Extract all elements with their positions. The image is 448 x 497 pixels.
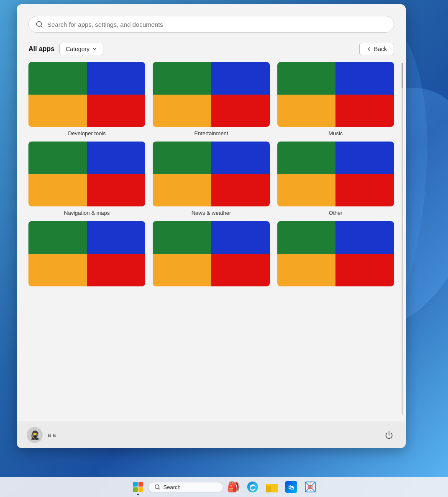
category-label: Category	[66, 46, 90, 52]
taskbar-item-snip[interactable]	[301, 478, 320, 496]
tile-quadrant-orange	[28, 95, 87, 127]
tile-quadrant-red	[335, 254, 394, 286]
tile-quadrant-blue	[211, 221, 270, 254]
tile-quadrant-green	[153, 221, 211, 254]
search-bar-container	[17, 4, 406, 39]
tile-quadrant-blue	[87, 62, 146, 95]
tile-quadrant-blue	[87, 221, 146, 254]
active-indicator	[137, 494, 139, 495]
tile-quadrant-red	[335, 174, 394, 207]
category-tile	[153, 142, 269, 206]
avatar: 🥷	[27, 427, 43, 443]
user-info[interactable]: 🥷 a a	[27, 427, 56, 443]
win-quadrant-yellow	[138, 487, 143, 492]
category-item-other[interactable]: Other	[277, 142, 394, 216]
category-tile	[277, 142, 394, 206]
username: a a	[48, 432, 56, 438]
tile-quadrant-blue	[87, 142, 146, 174]
taskbar-item-start[interactable]	[129, 478, 147, 496]
tile-quadrant-blue	[335, 221, 394, 254]
category-label-music: Music	[328, 130, 343, 136]
category-label-other: Other	[329, 210, 343, 216]
taskbar-item-files[interactable]	[263, 478, 281, 496]
category-item-news-weather[interactable]: News & weather	[153, 142, 269, 216]
tile-quadrant-blue	[211, 62, 270, 95]
search-icon	[36, 21, 43, 28]
scrollbar-track[interactable]	[402, 63, 403, 415]
category-item-row3-col2[interactable]	[153, 221, 269, 289]
win-quadrant-red	[138, 482, 143, 487]
svg-line-1	[41, 26, 42, 27]
back-label: Back	[374, 46, 387, 52]
avatar-emoji: 🥷	[30, 430, 40, 440]
tile-quadrant-blue	[335, 62, 394, 95]
category-item-row3-col3[interactable]	[277, 221, 394, 289]
tile-quadrant-blue	[211, 142, 270, 174]
apps-grid: Developer tools Entertainment	[28, 62, 394, 290]
category-label-news-weather: News & weather	[192, 210, 231, 216]
tile-quadrant-orange	[277, 174, 336, 207]
tile-quadrant-green	[153, 62, 211, 95]
tile-quadrant-red	[335, 95, 394, 127]
category-tile	[28, 142, 145, 206]
file-explorer-icon	[266, 482, 278, 492]
svg-point-5	[247, 482, 258, 492]
power-button[interactable]	[382, 428, 396, 442]
tile-quadrant-red	[87, 254, 146, 286]
tile-quadrant-green	[28, 221, 87, 254]
tile-quadrant-red	[211, 95, 270, 127]
tile-quadrant-orange	[153, 95, 211, 127]
category-item-row3-col1[interactable]	[28, 221, 145, 289]
category-item-navigation-maps[interactable]: Navigation & maps	[28, 142, 145, 216]
store-icon: 🛍	[285, 481, 297, 493]
search-icon	[154, 484, 160, 490]
taskbar-items: Search 🎒	[129, 478, 320, 496]
taskbar-item-edge[interactable]	[243, 478, 262, 496]
tile-quadrant-orange	[277, 95, 336, 127]
category-label-developer-tools: Developer tools	[68, 130, 106, 136]
taskbar-item-search[interactable]: Search	[148, 478, 223, 496]
scrollbar-thumb[interactable]	[402, 63, 403, 88]
snipping-tool-icon	[305, 481, 316, 493]
tile-quadrant-red	[87, 95, 146, 127]
header-row: All apps Category Back	[28, 43, 394, 55]
tile-quadrant-green	[277, 142, 336, 174]
back-button[interactable]: Back	[359, 43, 394, 55]
header-left: All apps Category	[28, 43, 103, 55]
category-tile	[153, 62, 269, 127]
user-bar: 🥷 a a	[17, 422, 406, 448]
category-tile	[28, 62, 145, 127]
tile-quadrant-green	[277, 62, 336, 95]
tile-quadrant-green	[277, 221, 336, 254]
search-bar[interactable]	[28, 16, 394, 33]
category-tile	[28, 221, 145, 286]
search-input[interactable]	[47, 21, 387, 28]
win-quadrant-green	[133, 487, 138, 492]
tile-quadrant-blue	[335, 142, 394, 174]
windows-logo-icon	[133, 482, 143, 492]
taskbar-search-label: Search	[164, 484, 181, 490]
main-content: All apps Category Back	[17, 39, 406, 422]
tile-quadrant-red	[211, 254, 270, 286]
tile-quadrant-orange	[28, 254, 87, 286]
tile-quadrant-green	[28, 142, 87, 174]
chevron-left-icon	[366, 46, 371, 52]
category-item-developer-tools[interactable]: Developer tools	[28, 62, 145, 136]
category-dropdown[interactable]: Category	[59, 43, 103, 55]
taskbar-search-box[interactable]: Search	[148, 482, 223, 492]
start-menu: All apps Category Back	[17, 4, 406, 448]
tile-quadrant-green	[153, 142, 211, 174]
tile-quadrant-red	[211, 174, 270, 207]
taskbar-item-coins[interactable]: 🎒	[224, 478, 243, 496]
all-apps-label: All apps	[28, 45, 54, 53]
tile-quadrant-red	[87, 174, 146, 207]
taskbar-item-store[interactable]: 🛍	[282, 478, 300, 496]
power-icon	[385, 431, 393, 439]
category-item-entertainment[interactable]: Entertainment	[153, 62, 269, 136]
taskbar: Search 🎒	[0, 477, 448, 497]
tile-quadrant-orange	[28, 174, 87, 207]
svg-line-4	[158, 488, 159, 489]
category-item-music[interactable]: Music	[277, 62, 394, 136]
category-tile	[153, 221, 269, 286]
category-label-navigation-maps: Navigation & maps	[64, 210, 110, 216]
